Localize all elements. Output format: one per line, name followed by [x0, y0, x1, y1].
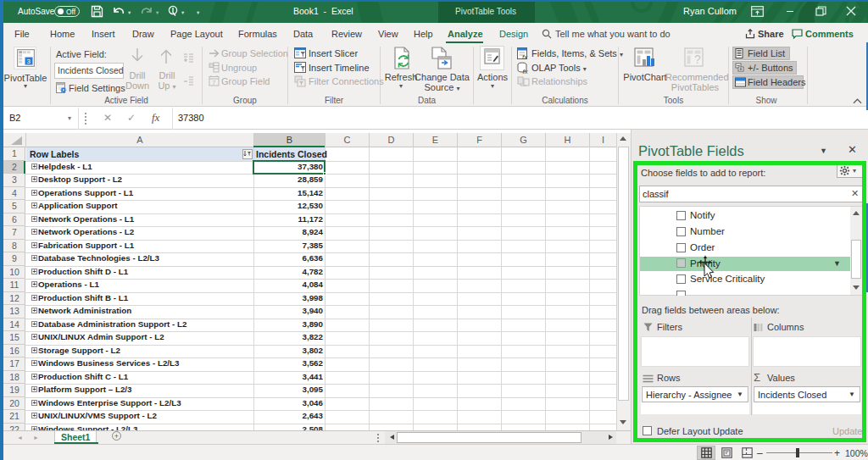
svg-text:3: 3: [27, 58, 31, 65]
svg-text:fx: fx: [522, 53, 528, 60]
svg-text:?: ?: [694, 53, 701, 66]
svg-text:fx: fx: [523, 68, 529, 75]
svg-text:7: 7: [212, 79, 216, 86]
